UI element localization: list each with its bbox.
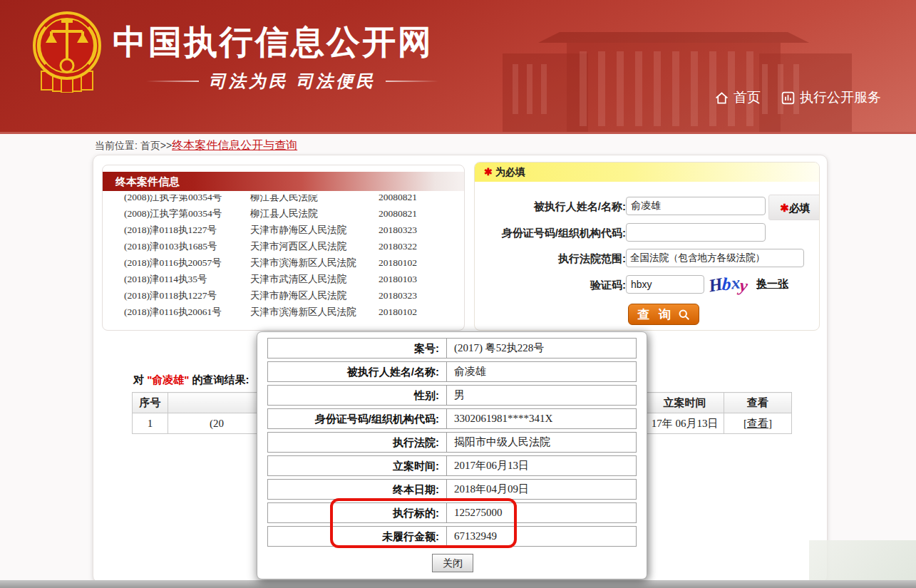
search-panel: ✱ 为必填 被执行人姓名/名称: ✱必填 身份证号码/组织机构代码: 执行法院范… <box>474 162 820 331</box>
case-list-row[interactable]: (2018)津0103执1685号天津市河西区人民法院20180322 <box>103 238 464 254</box>
case-date: 20180102 <box>379 304 417 320</box>
case-date: 20180103 <box>379 271 417 287</box>
case-court: 天津市河西区人民法院 <box>250 238 346 254</box>
cell-filing-date: 17年 06月13日 <box>646 413 724 434</box>
name-field-label: 被执行人姓名/名称: <box>475 200 626 214</box>
detail-label: 执行法院: <box>268 433 446 452</box>
nav-home[interactable]: 首页 <box>714 88 761 107</box>
detail-value: 67132949 <box>446 527 636 546</box>
site-slogan: 司法为民 司法便民 <box>146 70 438 93</box>
captcha-letter: y <box>739 274 749 297</box>
required-note-text: 为必填 <box>495 166 525 177</box>
detail-value: 3302061981****341X <box>446 409 636 428</box>
result-suffix: 的查询结果: <box>189 373 249 386</box>
header-filing-date: 立案时间 <box>646 393 724 413</box>
detail-value: 俞凌雄 <box>446 362 636 381</box>
detail-value: 揭阳市中级人民法院 <box>446 433 636 452</box>
case-court: 柳江县人民法院 <box>250 205 318 222</box>
case-list-row[interactable]: (2018)津0118执1227号天津市静海区人民法院20180323 <box>103 222 464 238</box>
nav-service-label: 执行公开服务 <box>800 88 881 107</box>
court-scope-select[interactable]: 全国法院（包含地方各级法院） <box>626 249 804 267</box>
slogan-text: 司法为民 司法便民 <box>209 70 376 93</box>
detail-row: 终本日期:2018年04月09日 <box>267 479 637 500</box>
case-list-row[interactable]: (2018)津0114执35号天津市武清区人民法院20180103 <box>103 271 464 287</box>
detail-row: 执行标的:125275000 <box>267 502 637 523</box>
detail-label: 执行标的: <box>268 503 446 522</box>
bar-chart-icon <box>781 91 796 105</box>
magnifier-icon <box>678 309 690 321</box>
name-input[interactable] <box>626 197 766 215</box>
case-number: (2018)津0116执20057号 <box>124 254 222 271</box>
footer-bar <box>0 580 916 588</box>
case-date: 20180323 <box>379 222 417 238</box>
case-number: (2018)津0118执1227号 <box>124 222 217 238</box>
case-list-row[interactable]: (2008)江执字第00354号柳江县人民法院20080821 <box>103 205 464 222</box>
detail-value: (2017) 粤52执228号 <box>446 339 636 358</box>
required-tag-text: 必填 <box>789 202 810 214</box>
case-number: (2018)津0118执1227号 <box>124 287 217 304</box>
case-court: 天津市静海区人民法院 <box>250 222 346 238</box>
case-number: (2008)江执字第00354号 <box>124 195 222 205</box>
detail-label: 被执行人姓名/名称: <box>268 362 446 381</box>
detail-label: 性别: <box>268 386 446 405</box>
detail-label: 终本日期: <box>268 480 446 499</box>
captcha-input[interactable] <box>626 275 704 294</box>
detail-row: 执行法院:揭阳市中级人民法院 <box>267 432 637 453</box>
required-star-icon: ✱ <box>484 166 493 177</box>
cell-view: [查看] <box>724 413 792 434</box>
case-date: 20180322 <box>379 238 417 254</box>
case-list-row[interactable]: (2018)津0118执1227号天津市静海区人民法院20180323 <box>103 287 464 304</box>
header-view: 查看 <box>724 393 792 413</box>
search-button[interactable]: 查 询 <box>628 304 699 325</box>
case-list-row[interactable]: (2018)津0116执20057号天津市滨海新区人民法院20180102 <box>103 254 464 271</box>
detail-value: 2018年04月09日 <box>446 480 636 499</box>
header: 中国执行信息公开网 司法为民 司法便民 首页 执行公开服务 <box>0 0 916 134</box>
court-emblem-logo <box>30 9 104 93</box>
case-number: (2018)津0116执20061号 <box>124 304 222 320</box>
required-tag-star-icon: ✱ <box>780 202 789 214</box>
detail-row: 案号:(2017) 粤52执228号 <box>267 338 637 359</box>
cell-index: 1 <box>133 413 168 434</box>
case-number: (2008)江执字第00354号 <box>124 205 222 222</box>
search-button-label: 查 询 <box>637 306 674 323</box>
nav-open-service[interactable]: 执行公开服务 <box>781 88 881 107</box>
view-link[interactable]: [查看] <box>743 418 772 429</box>
case-court: 柳江县人民法院 <box>250 195 318 205</box>
detail-label: 案号: <box>268 339 446 358</box>
footer-watermark-image <box>809 540 916 581</box>
case-date: 20180102 <box>379 254 417 271</box>
case-list-row[interactable]: (2008)江执字第00354号柳江县人民法院20080821 <box>103 195 464 205</box>
case-info-panel: 终本案件信息 (2008)江执字第00354号柳江县人民法院20080821(2… <box>102 165 465 331</box>
result-name: "俞凌雄" <box>147 373 189 386</box>
result-prefix: 对 <box>133 373 147 386</box>
case-number: (2018)津0114执35号 <box>124 271 207 287</box>
detail-value: 2017年06月13日 <box>446 456 636 475</box>
detail-value: 125275000 <box>446 503 636 522</box>
detail-label: 未履行金额: <box>268 527 446 546</box>
home-icon <box>714 91 729 105</box>
slogan-divider-right <box>386 81 438 82</box>
captcha-label: 验证码: <box>475 279 626 292</box>
case-date: 20080821 <box>379 195 417 205</box>
required-note: ✱ 为必填 <box>475 163 819 182</box>
close-button[interactable]: 关闭 <box>432 554 473 572</box>
captcha-refresh-link[interactable]: 换一张 <box>756 277 788 291</box>
slogan-divider-left <box>146 81 199 82</box>
case-court: 天津市滨海新区人民法院 <box>250 254 356 271</box>
detail-label: 立案时间: <box>268 456 446 475</box>
breadcrumb-link[interactable]: 终本案件信息公开与查询 <box>172 139 297 151</box>
breadcrumb-prefix: 当前位置: 首页>> <box>95 140 172 151</box>
id-input[interactable] <box>626 223 766 242</box>
case-list-row[interactable]: (2018)津0116执20061号天津市滨海新区人民法院20180102 <box>103 304 464 320</box>
court-scope-label: 执行法院范围: <box>475 252 626 266</box>
id-field-label: 身份证号码/组织机构代码: <box>475 227 626 240</box>
case-court: 天津市武清区人民法院 <box>250 271 346 287</box>
detail-row: 性别:男 <box>267 385 637 406</box>
case-date: 20080821 <box>379 205 417 222</box>
detail-label: 身份证号码/组织机构代码: <box>268 409 446 428</box>
required-tag: ✱必填 <box>768 195 820 220</box>
breadcrumb: 当前位置: 首页>>终本案件信息公开与查询 <box>95 138 297 153</box>
courthouse-background-image <box>453 0 895 132</box>
detail-value: 男 <box>446 386 636 405</box>
detail-row: 立案时间:2017年06月13日 <box>267 455 637 476</box>
